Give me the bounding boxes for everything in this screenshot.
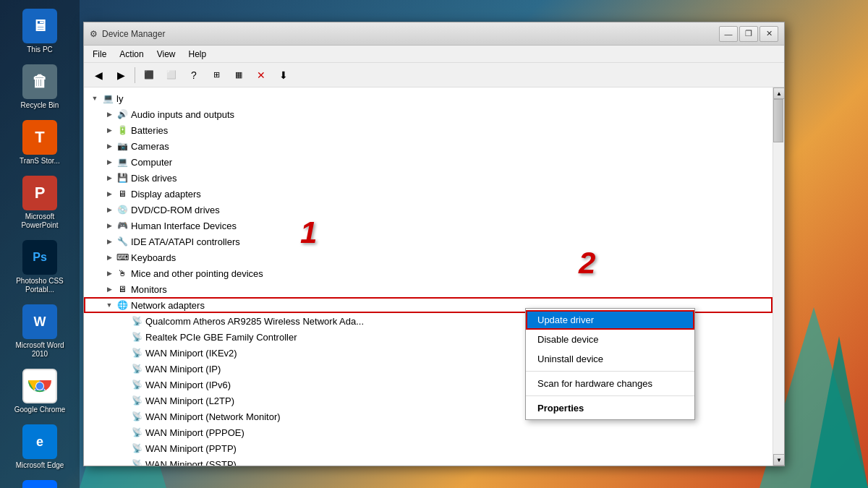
svg-point-3 [36, 382, 43, 390]
tree-keyboards[interactable]: ▶ ⌨ Keyboards [84, 249, 773, 265]
tree-audio[interactable]: ▶ 🔊 Audio inputs and outputs [84, 106, 773, 122]
audio-label: Audio inputs and outputs [131, 109, 234, 120]
dvd-icon: 💿 [116, 204, 128, 215]
minimize-button[interactable]: — [719, 26, 738, 42]
sstp-icon: 📡 [131, 458, 142, 466]
scroll-down-btn[interactable]: ▼ [773, 454, 784, 466]
toolbar-help[interactable]: ? [184, 66, 204, 85]
toolbar-remove[interactable]: ✕ [251, 66, 271, 85]
taskbar-icon-transstore[interactable]: T TranS Stor... [7, 117, 72, 168]
close-button[interactable]: ✕ [760, 26, 778, 42]
toolbar-sep1 [135, 67, 135, 83]
expand-sstp-icon [119, 459, 129, 466]
tree-hid[interactable]: ▶ 🎮 Human Interface Devices [84, 218, 773, 234]
expand-cameras-icon: ▶ [104, 141, 114, 151]
restore-button[interactable]: ❐ [739, 26, 758, 42]
monitors-icon: 🖥 [116, 283, 128, 295]
taskbar-icon-powerpoint[interactable]: P Microsoft PowerPoint [7, 173, 72, 233]
scroll-track[interactable] [773, 99, 784, 454]
taskbar-icon-recycle[interactable]: 🗑 Recycle Bin [7, 61, 72, 113]
window-controls: — ❐ ✕ [719, 26, 778, 42]
expand-mice-icon: ▶ [104, 268, 114, 278]
qualcomm-icon: 📡 [131, 315, 142, 327]
mice-icon: 🖱 [116, 267, 128, 279]
monitors-label: Monitors [131, 284, 167, 295]
disk-icon: 💾 [116, 172, 128, 184]
ip-icon: 📡 [131, 363, 142, 374]
netmon-icon: 📡 [131, 411, 142, 422]
menu-action[interactable]: Action [114, 47, 149, 61]
cameras-icon: 📷 [116, 140, 128, 152]
menu-file[interactable]: File [87, 47, 112, 61]
tree-panel[interactable]: ▼ 💻 ly ▶ 🔊 Audio inputs and outputs ▶ 🔋 … [84, 87, 773, 466]
taskbar-icon-photoshop[interactable]: Ps Photosho CSS Portabl... [7, 237, 72, 297]
expand-pppoe-icon [119, 427, 129, 437]
audio-icon: 🔊 [116, 108, 128, 120]
expand-batteries-icon: ▶ [104, 125, 114, 135]
window-titlebar: ⚙ Device Manager — ❐ ✕ [84, 22, 784, 46]
ip-label: WAN Miniport (IP) [145, 364, 221, 374]
ide-icon: 🔧 [116, 236, 128, 247]
pppoe-label: WAN Miniport (PPPOE) [145, 427, 244, 438]
tree-monitors[interactable]: ▶ 🖥 Monitors [84, 281, 773, 297]
disk-label: Disk drives [131, 173, 177, 184]
ctx-uninstall-device[interactable]: Uninstall device [526, 349, 694, 369]
expand-ikev2-icon [119, 348, 129, 358]
menu-view[interactable]: View [151, 47, 182, 61]
network-icon: 🌐 [116, 299, 128, 311]
mice-label: Mice and other pointing devices [131, 268, 263, 279]
l2tp-icon: 📡 [131, 395, 142, 406]
expand-qualcomm-icon [119, 316, 129, 326]
toolbar-forward[interactable]: ▶ [111, 66, 131, 85]
toolbar-update[interactable]: ⬜ [161, 66, 182, 85]
toolbar-scan[interactable]: ⊞ [206, 66, 226, 85]
taskbar-icon-chrome[interactable]: Google Chrome [7, 366, 72, 417]
tree-wan-sstp[interactable]: 📡 WAN Miniport (SSTP) [84, 456, 773, 466]
taskbar-icon-word2010[interactable]: W Microsoft Word 2010 [7, 301, 72, 361]
toolbar-back[interactable]: ◀ [88, 66, 109, 85]
tree-wan-pppoe[interactable]: 📡 WAN Miniport (PPPOE) [84, 424, 773, 440]
taskbar-icon-thispc[interactable]: 🖥 This PC [7, 6, 72, 57]
dvd-label: DVD/CD-ROM drives [131, 205, 220, 215]
expand-network-icon: ▼ [104, 300, 114, 310]
ctx-scan-hardware[interactable]: Scan for hardware changes [526, 374, 694, 393]
taskbar-icon-edge[interactable]: e Microsoft Edge [7, 421, 72, 473]
scroll-up-btn[interactable]: ▲ [773, 87, 784, 99]
toolbar-add[interactable]: ▦ [229, 66, 249, 85]
ctx-properties[interactable]: Properties [526, 398, 694, 418]
menu-help[interactable]: Help [183, 47, 213, 61]
tree-dvd[interactable]: ▶ 💿 DVD/CD-ROM drives [84, 202, 773, 218]
scroll-thumb[interactable] [773, 99, 783, 142]
tree-wan-pptp[interactable]: 📡 WAN Miniport (PPTP) [84, 440, 773, 456]
expand-ip-icon [119, 364, 129, 374]
batteries-label: Batteries [131, 125, 168, 136]
expand-display-icon: ▶ [104, 189, 114, 199]
hid-label: Human Interface Devices [131, 221, 237, 231]
pptp-label: WAN Miniport (PPTP) [145, 443, 237, 454]
ikev2-label: WAN Miniport (IKEv2) [145, 348, 237, 359]
tree-root[interactable]: ▼ 💻 ly [84, 90, 773, 106]
hid-icon: 🎮 [116, 220, 128, 231]
svg-marker-5 [810, 336, 868, 488]
tree-cameras[interactable]: ▶ 📷 Cameras [84, 138, 773, 154]
toolbar-properties[interactable]: ⬛ [139, 66, 159, 85]
tree-display[interactable]: ▶ 🖥 Display adapters [84, 186, 773, 202]
realtek-icon: 📡 [131, 331, 142, 343]
tree-computer[interactable]: ▶ 💻 Computer [84, 154, 773, 170]
expand-realtek-icon [119, 332, 129, 342]
netmon-label: WAN Miniport (Network Monitor) [145, 411, 281, 422]
tree-disk[interactable]: ▶ 💾 Disk drives [84, 170, 773, 186]
ctx-disable-device[interactable]: Disable device [526, 330, 694, 349]
tree-ide[interactable]: ▶ 🔧 IDE ATA/ATAPI controllers [84, 234, 773, 249]
tree-batteries[interactable]: ▶ 🔋 Batteries [84, 122, 773, 138]
expand-computer-icon: ▶ [104, 157, 114, 167]
tree-mice[interactable]: ▶ 🖱 Mice and other pointing devices [84, 265, 773, 281]
expand-l2tp-icon [119, 395, 129, 406]
toolbar-download[interactable]: ⬇ [273, 66, 294, 85]
scrollbar[interactable]: ▲ ▼ [773, 87, 784, 466]
expand-monitors-icon: ▶ [104, 284, 114, 294]
taskbar-icon-zalo[interactable]: Z Zalo [7, 477, 72, 488]
toolbar: ◀ ▶ ⬛ ⬜ ? ⊞ ▦ ✕ ⬇ [84, 63, 784, 87]
ctx-update-driver[interactable]: Update driver [526, 310, 694, 330]
ctx-sep2 [526, 395, 694, 396]
